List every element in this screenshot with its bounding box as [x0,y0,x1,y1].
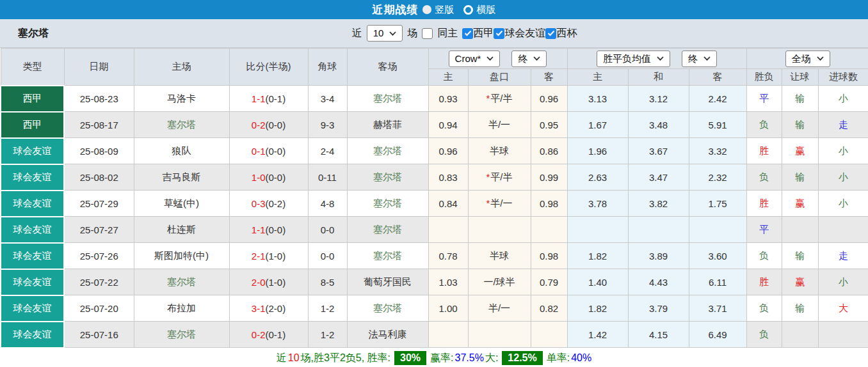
corner-score: 4-8 [308,191,347,217]
near-label: 近 [352,27,362,40]
match-count-select[interactable]: 10 [367,25,403,42]
summary-badge: 30% [394,351,426,365]
odds-company-select[interactable]: Crow* [449,51,501,67]
match-count-value: 10 [373,27,384,39]
same-home-checkbox[interactable] [422,28,433,39]
top-bar: 近期战绩 竖版 横版 [0,0,868,19]
home-team: 草蜢(中) [164,198,199,208]
halftime-score: (0-0) [266,172,286,183]
header-dropdown-row: 类型 日期 主场 比分(半场) 角球 客场 Crow* 终 [1,49,868,69]
home-team: 狼队 [172,145,191,156]
halftime-score: (0-0) [266,120,286,130]
away-team: 塞尔塔 [373,171,402,182]
away-team: 塞尔塔 [373,93,402,104]
table-row: 西甲25-08-17塞尔塔0-2(0-0)9-3赫塔菲0.94半/一0.951.… [1,112,868,138]
radio-selected-icon[interactable] [422,5,431,14]
handicap-text: 平/半 [490,171,512,182]
home-team-cell: 塞尔塔 [134,269,229,295]
result-handicap-cell [782,217,818,243]
odds-away [531,217,567,243]
check-icon [547,30,555,36]
radio-horizontal-layout[interactable]: 横版 [463,4,496,16]
radio-unselected-icon[interactable] [463,5,473,15]
odds-away: 0.99 [531,164,567,191]
result-wdl: 负 [759,119,769,130]
odds-handicap: *平/半 [468,164,531,191]
odds-home: 1.03 [428,269,468,295]
home-team-cell: 狼队 [134,138,229,164]
score-cell: 3-1(2-0) [229,295,308,322]
table-row: 球会友谊25-08-02吉马良斯1-0(0-0)0-11塞尔塔0.83*平/半0… [1,164,868,191]
result-handicap: 输 [795,119,805,130]
avg-home: 2.63 [567,164,628,191]
odds-away: 0.86 [531,138,567,164]
match-type: 球会友谊 [1,138,64,164]
avg-period-select[interactable]: 终 [682,51,717,67]
league-label: 西甲 [473,27,494,40]
col-header-home: 主场 [134,49,229,86]
avg-draw: 3.82 [628,191,689,217]
home-team-cell: 塞尔塔 [134,322,229,348]
result-goals-cell: 小 [818,138,868,164]
result-wdl-cell: 平 [746,217,782,243]
odds-away [531,322,567,348]
result-wdl-cell: 胜 [746,191,782,217]
odds-handicap: 半球 [468,138,531,164]
odds-handicap: 半球 [468,243,531,269]
odds-period-select[interactable]: 终 [511,51,547,67]
subcol-result-handicap: 让球 [782,69,818,86]
odds-away: 0.79 [531,269,567,295]
league-checkbox[interactable] [545,28,556,39]
handicap-text: 半球 [490,250,509,261]
league-checkbox[interactable] [494,28,504,39]
handicap-text: 一/球半 [483,276,515,287]
score-cell: 2-0(1-0) [229,269,308,295]
odds-home: 0.94 [428,112,468,138]
avg-away: 5.91 [689,112,746,138]
result-handicap: 赢 [795,198,805,208]
away-team: 塞尔塔 [373,250,402,261]
odds-away: 0.98 [531,243,567,269]
summary-segment: 近 [277,352,287,365]
subcol-avg-draw: 和 [628,69,689,86]
radio-vertical-layout[interactable]: 竖版 [422,4,454,16]
away-team: 葡萄牙国民 [364,276,412,287]
scope-select[interactable]: 全场 [785,51,830,67]
col-header-away: 客场 [347,49,428,86]
radio-horizontal-label: 横版 [477,4,496,16]
result-wdl-cell: 负 [746,164,782,191]
avg-home: 1.82 [567,243,628,269]
odds-away: 0.82 [531,295,567,322]
score-cell: 2-1(1-0) [229,243,308,269]
avg-type-value: 胜平负均值 [603,53,651,65]
avg-type-select[interactable]: 胜平负均值 [597,51,670,67]
result-goals-cell: 走 [818,243,868,269]
score-cell: 1-1(0-0) [229,217,308,243]
corner-score: 0-0 [308,243,347,269]
away-team-cell: 塞尔塔 [347,243,428,269]
star-icon: * [486,198,490,208]
radio-vertical-label: 竖版 [435,4,454,16]
away-team-cell: 塞尔塔 [347,295,428,322]
page-title: 近期战绩 [373,3,419,17]
subcol-odds-home: 主 [428,69,468,86]
summary-segment: 10 [288,352,300,364]
odds-handicap: 半/一 [468,112,531,138]
league-checkbox[interactable] [462,28,473,39]
result-goals-cell: 走 [818,112,868,138]
match-date: 25-07-26 [64,243,134,269]
home-team: 塞尔塔 [167,276,196,287]
subcol-avg-away: 客 [689,69,746,86]
away-team-cell: 塞尔塔 [347,86,428,112]
corner-score: 3-4 [308,86,347,112]
subcol-odds-handicap: 盘口 [468,69,531,86]
chevron-down-icon [657,56,664,61]
home-team-cell: 斯图加特(中) [134,243,229,269]
avg-draw: 3.48 [628,112,689,138]
filter-controls: 近 10 场 同主 西甲球会友谊西杯 [352,25,577,42]
table-row: 球会友谊25-07-22塞尔塔2-0(1-0)8-5葡萄牙国民1.03一/球半0… [1,269,868,295]
same-home-label: 同主 [437,27,458,40]
result-goals-cell: 小 [818,86,868,112]
summary-bar: 近10场,胜3平2负5, 胜率:30%赢率:37.5% 大:12.5%单率:40… [0,348,868,367]
result-handicap-cell: 赢 [782,269,818,295]
